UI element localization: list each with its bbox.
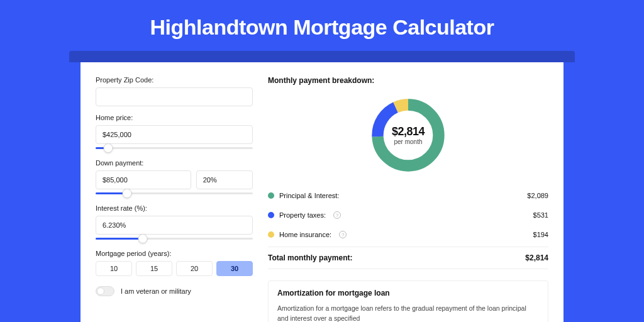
zip-field: Property Zip Code: bbox=[96, 76, 253, 106]
rate-label: Interest rate (%): bbox=[96, 204, 253, 212]
period-label: Mortgage period (years): bbox=[96, 250, 253, 257]
legend-row: Home insurance:?$194 bbox=[268, 225, 548, 244]
legend-value: $194 bbox=[533, 231, 548, 238]
legend-dot bbox=[268, 212, 274, 218]
legend-dot bbox=[268, 192, 274, 199]
donut-sub: per month bbox=[394, 138, 422, 145]
down-amount-input[interactable] bbox=[96, 170, 191, 189]
calculator-card: Property Zip Code: Home price: Down paym… bbox=[80, 62, 564, 322]
down-field: Down payment: bbox=[96, 159, 253, 197]
veteran-toggle[interactable] bbox=[96, 286, 114, 296]
legend-label: Property taxes: bbox=[279, 211, 326, 219]
total-label: Total monthly payment: bbox=[268, 253, 352, 262]
rate-input[interactable] bbox=[96, 216, 253, 235]
amortization-card: Amortization for mortgage loan Amortizat… bbox=[268, 280, 548, 322]
veteran-row: I am veteran or military bbox=[96, 286, 253, 296]
legend-row: Principal & Interest:$2,089 bbox=[268, 186, 548, 205]
breakdown-title: Monthly payment breakdown: bbox=[268, 76, 548, 85]
zip-input[interactable] bbox=[96, 87, 253, 106]
zip-label: Property Zip Code: bbox=[96, 76, 253, 84]
veteran-label: I am veteran or military bbox=[121, 287, 191, 295]
price-label: Home price: bbox=[96, 114, 253, 121]
rate-slider[interactable] bbox=[96, 236, 253, 242]
legend-dot bbox=[268, 231, 274, 238]
down-label: Down payment: bbox=[96, 159, 253, 167]
period-options: 10152030 bbox=[96, 261, 253, 276]
period-option-15[interactable]: 15 bbox=[136, 261, 172, 276]
price-input[interactable] bbox=[96, 125, 253, 144]
inputs-panel: Property Zip Code: Home price: Down paym… bbox=[96, 76, 253, 322]
amort-text: Amortization for a mortgage loan refers … bbox=[277, 304, 539, 322]
period-option-30[interactable]: 30 bbox=[216, 261, 253, 276]
page-title: Highlandtown Mortgage Calculator bbox=[0, 0, 644, 51]
legend-value: $531 bbox=[533, 211, 548, 219]
legend-row: Property taxes:?$531 bbox=[268, 205, 548, 225]
down-slider[interactable] bbox=[96, 191, 253, 197]
info-icon[interactable]: ? bbox=[339, 231, 347, 238]
rate-field: Interest rate (%): bbox=[96, 204, 253, 242]
card-shadow bbox=[69, 51, 575, 62]
total-row: Total monthly payment: $2,814 bbox=[268, 247, 548, 269]
period-option-20[interactable]: 20 bbox=[176, 261, 213, 276]
period-field: Mortgage period (years): 10152030 bbox=[96, 250, 253, 276]
legend-label: Principal & Interest: bbox=[279, 192, 339, 199]
info-icon[interactable]: ? bbox=[333, 211, 341, 219]
price-field: Home price: bbox=[96, 114, 253, 152]
legend: Principal & Interest:$2,089Property taxe… bbox=[268, 186, 548, 244]
total-value: $2,814 bbox=[525, 253, 548, 262]
donut-amount: $2,814 bbox=[392, 125, 425, 138]
legend-value: $2,089 bbox=[527, 192, 548, 199]
down-percent-input[interactable] bbox=[196, 170, 253, 189]
donut-chart: $2,814 per month bbox=[268, 91, 548, 186]
legend-label: Home insurance: bbox=[279, 231, 331, 238]
amort-title: Amortization for mortgage loan bbox=[277, 289, 539, 297]
period-option-10[interactable]: 10 bbox=[96, 261, 132, 276]
results-panel: Monthly payment breakdown: $2,814 per mo… bbox=[268, 76, 548, 322]
price-slider[interactable] bbox=[96, 145, 253, 152]
